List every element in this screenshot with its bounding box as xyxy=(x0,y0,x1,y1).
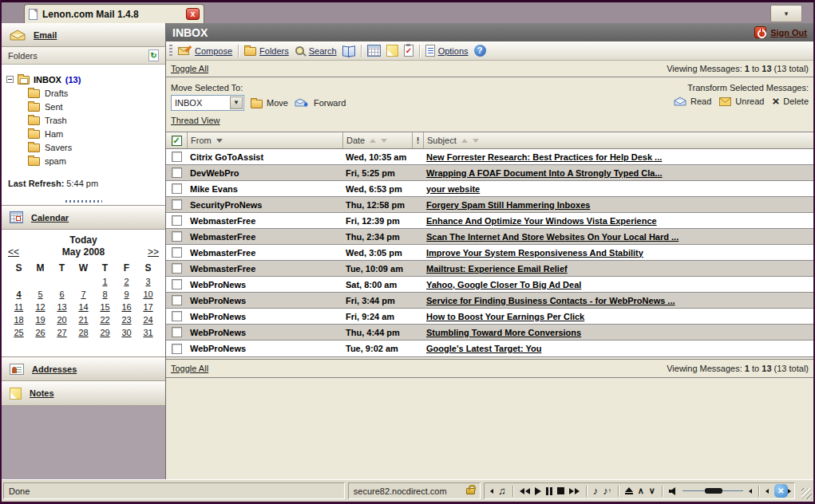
row-checkbox[interactable] xyxy=(172,199,182,210)
from-column-header[interactable]: From xyxy=(187,132,342,148)
message-subject-link[interactable]: Wrapping A FOAF Document Into A Strongly… xyxy=(423,168,813,178)
message-subject-link[interactable]: Forgery Spam Still Hammering Inboxes xyxy=(423,200,813,210)
inbox-label[interactable]: INBOX xyxy=(34,75,61,85)
priority-column-header[interactable]: ! xyxy=(412,132,423,148)
calendar-link[interactable]: Calendar xyxy=(31,213,69,222)
table-row[interactable]: WebmasterFreeWed, 3:05 pmImprove Your Sy… xyxy=(166,245,813,261)
media-panel-left-button[interactable] xyxy=(763,484,771,498)
search-button[interactable]: Search xyxy=(295,45,337,57)
row-checkbox[interactable] xyxy=(172,152,182,162)
table-row[interactable]: SecurityProNewsThu, 12:58 pmForgery Spam… xyxy=(166,197,813,213)
mark-unread-button[interactable]: Unread xyxy=(719,96,764,106)
date-column-header[interactable]: Date xyxy=(342,132,412,148)
calendar-date-5[interactable]: 5 xyxy=(30,289,51,299)
addresses-link[interactable]: Addresses xyxy=(32,364,77,374)
collapse-expander-icon[interactable] xyxy=(6,76,14,83)
addresses-section-header[interactable]: Addresses xyxy=(2,357,165,381)
sidebar-folder-inbox[interactable]: INBOX (13) xyxy=(6,73,160,86)
foxytunes-badge-icon[interactable]: ✕ xyxy=(774,484,788,498)
calendar-date-7[interactable]: 7 xyxy=(73,289,94,299)
ssl-lock-icon[interactable] xyxy=(466,488,475,494)
message-subject-link[interactable]: New Forrester Research: Best Practices f… xyxy=(423,152,813,162)
toggle-all-link-top[interactable]: Toggle All xyxy=(171,64,208,73)
sort-up-icon[interactable] xyxy=(461,139,468,143)
table-row[interactable]: WebProNewsFri, 3:44 pmService for Findin… xyxy=(166,293,813,309)
sidebar-folder-drafts[interactable]: Drafts xyxy=(6,86,160,100)
message-subject-link[interactable]: Yahoo, Google Closer To Big Ad Deal xyxy=(423,280,813,289)
sort-down-icon[interactable] xyxy=(473,139,479,143)
calendar-date-9[interactable]: 9 xyxy=(116,289,137,299)
select-all-checkbox[interactable] xyxy=(172,136,182,146)
calendar-date-27[interactable]: 27 xyxy=(51,328,73,337)
sidebar-folder-spam[interactable]: spam xyxy=(6,154,160,167)
calendar-date-1[interactable]: 1 xyxy=(94,277,116,286)
calendar-date-13[interactable]: 13 xyxy=(51,302,73,312)
calendar-date-18[interactable]: 18 xyxy=(8,315,30,325)
calendar-date-2[interactable]: 2 xyxy=(116,277,137,286)
table-row[interactable]: Mike EvansWed, 6:53 pmyour website xyxy=(166,181,813,197)
stop-button[interactable] xyxy=(555,484,567,498)
row-checkbox[interactable] xyxy=(172,279,182,289)
calendar-date-4[interactable]: 4 xyxy=(8,289,30,299)
badge-expand-arrow[interactable] xyxy=(788,484,791,498)
tab-close-button[interactable]: x xyxy=(186,8,200,20)
chevron-up-button[interactable]: ∧ xyxy=(635,484,647,498)
calendar-date-21[interactable]: 21 xyxy=(73,315,94,325)
calendar-next-month[interactable]: >> xyxy=(138,246,159,258)
next-track-button[interactable] xyxy=(567,484,582,498)
row-checkbox[interactable] xyxy=(172,311,182,321)
chevron-down-button[interactable]: ∨ xyxy=(647,484,658,498)
message-subject-link[interactable]: Mailtrust: Experience Email Relief xyxy=(423,264,813,274)
subject-column-header[interactable]: Subject xyxy=(423,132,813,148)
calendar-date-6[interactable]: 6 xyxy=(51,289,73,299)
table-row[interactable]: WebmasterFreeFri, 12:39 pmEnhance And Op… xyxy=(166,213,813,229)
calendar-date-24[interactable]: 24 xyxy=(137,315,159,325)
calendar-date-10[interactable]: 10 xyxy=(137,289,159,299)
table-row[interactable]: WebProNewsThu, 4:44 pmStumbling Toward M… xyxy=(166,325,813,341)
table-row[interactable]: WebmasterFreeThu, 2:34 pmScan The Intern… xyxy=(166,229,813,245)
row-checkbox[interactable] xyxy=(172,231,182,242)
table-row[interactable]: WebmasterFreeTue, 10:09 amMailtrust: Exp… xyxy=(166,261,813,277)
help-button[interactable]: ? xyxy=(474,45,486,57)
sort-descending-icon[interactable] xyxy=(216,139,223,143)
message-subject-link[interactable]: Service for Finding Business Contacts - … xyxy=(423,296,813,305)
sort-up-icon[interactable] xyxy=(370,139,376,143)
calendar-date-19[interactable]: 19 xyxy=(30,315,51,325)
row-checkbox[interactable] xyxy=(172,327,182,337)
calendar-date-14[interactable]: 14 xyxy=(73,302,94,312)
refresh-folders-icon[interactable]: ↻ xyxy=(148,49,159,61)
notes-toolbar-button[interactable] xyxy=(386,45,398,57)
message-subject-link[interactable]: Improve Your System Responsiveness And S… xyxy=(423,248,813,258)
folders-button[interactable]: Folders xyxy=(244,45,289,56)
email-section-header[interactable]: Email xyxy=(2,23,165,47)
calendar-date-15[interactable]: 15 xyxy=(94,302,116,312)
volume-slider[interactable] xyxy=(682,490,743,491)
play-button[interactable] xyxy=(532,484,544,498)
row-checkbox[interactable] xyxy=(172,344,182,354)
calendar-prev-month[interactable]: << xyxy=(8,246,29,258)
volume-slider-thumb[interactable] xyxy=(705,488,722,494)
calendar-date-11[interactable]: 11 xyxy=(8,302,30,312)
email-link[interactable]: Email xyxy=(34,30,57,40)
current-track-icon[interactable]: ♪ xyxy=(591,484,601,498)
calendar-date-22[interactable]: 22 xyxy=(94,315,116,325)
options-button[interactable]: Options xyxy=(425,45,469,57)
delete-button[interactable]: × Delete xyxy=(772,96,809,106)
calendar-date-16[interactable]: 16 xyxy=(116,302,137,312)
notes-link[interactable]: Notes xyxy=(30,388,54,398)
thread-view-link[interactable]: Thread View xyxy=(171,116,220,125)
calendar-date-20[interactable]: 20 xyxy=(51,315,73,325)
sign-out-link[interactable]: Sign Out xyxy=(770,28,807,37)
calendar-date-29[interactable]: 29 xyxy=(94,328,116,337)
media-collapse-button[interactable] xyxy=(488,484,496,498)
row-checkbox[interactable] xyxy=(172,247,182,258)
table-row[interactable]: Citrix GoToAssistWed, 10:35 amNew Forres… xyxy=(166,149,813,165)
row-checkbox[interactable] xyxy=(172,263,182,274)
calendar-date-23[interactable]: 23 xyxy=(116,315,137,325)
previous-track-button[interactable] xyxy=(517,484,532,498)
calendar-section-header[interactable]: Calendar xyxy=(2,206,165,230)
window-resize-grip[interactable] xyxy=(801,488,812,499)
toolbar-grip[interactable] xyxy=(169,45,172,57)
sidebar-folder-trash[interactable]: Trash xyxy=(6,113,160,127)
music-notes-icon[interactable]: ♫ xyxy=(496,484,508,498)
